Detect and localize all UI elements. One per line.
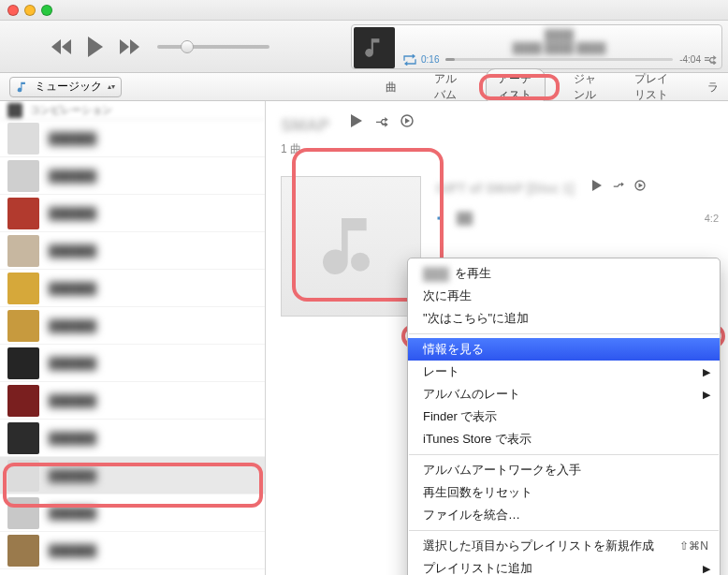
album-artwork[interactable] xyxy=(281,176,421,317)
sidebar-artist-label: ██████ xyxy=(49,432,96,445)
artist-next-button[interactable] xyxy=(400,114,414,127)
menu-shortcut: ⇧⌘N xyxy=(679,539,708,553)
menu-item--[interactable]: "次はこちら"に追加 xyxy=(408,307,720,330)
menu-item-Finder-[interactable]: Finder で表示 xyxy=(408,405,720,428)
sidebar-artist-item[interactable]: ██████ xyxy=(0,270,265,307)
sidebar-artist-label: ██████ xyxy=(49,469,96,482)
submenu-arrow-icon: ▶ xyxy=(703,389,710,401)
tab-アーティスト[interactable]: アーティスト xyxy=(486,68,546,106)
sidebar-artist-item[interactable]: ██████ xyxy=(0,532,265,569)
sidebar-artist-item[interactable]: ██████ xyxy=(0,157,265,195)
menu-item--[interactable]: 情報を見る xyxy=(408,338,720,361)
sidebar-artist-label: ██████ xyxy=(49,394,96,407)
volume-slider[interactable] xyxy=(157,45,269,49)
album-shuffle-button[interactable] xyxy=(612,180,625,191)
svg-point-1 xyxy=(351,253,370,272)
sidebar-section-header[interactable]: コンピレーション xyxy=(0,101,265,120)
sidebar-artist-item[interactable]: ██████ xyxy=(0,382,265,420)
artist-shuffle-button[interactable] xyxy=(374,114,389,127)
artist-artwork-icon xyxy=(7,160,39,192)
view-bar: ミュージック ▴▾ 曲アルバムアーティストジャンルプレイリストラ xyxy=(0,73,728,101)
artist-sidebar: コンピレーション ███████████████████████████████… xyxy=(0,101,266,575)
minimize-window-button[interactable] xyxy=(24,5,36,16)
artist-artwork-icon xyxy=(7,310,39,342)
menu-item--[interactable]: 再生回数をリセット xyxy=(408,481,720,504)
sidebar-artist-item[interactable]: ██████ xyxy=(0,494,265,532)
menu-separator xyxy=(409,333,719,334)
artist-play-button[interactable] xyxy=(350,114,363,127)
menu-item--[interactable]: 選択した項目からプレイリストを新規作成⇧⌘N xyxy=(408,535,720,557)
speaker-icon xyxy=(436,213,447,224)
menu-item--[interactable]: アルバムのレート▶ xyxy=(408,383,720,405)
now-playing-title: ████ xyxy=(404,29,714,42)
menu-item--[interactable]: 次に再生 xyxy=(408,285,720,307)
now-playing-display: ████ ████ ████ ████ 0:16 -4:04 xyxy=(351,24,722,69)
sidebar-artist-label: ██████ xyxy=(49,319,96,332)
sidebar-artist-item[interactable]: ██████ xyxy=(0,345,265,382)
album-next-button[interactable] xyxy=(634,180,646,191)
artist-artwork-icon xyxy=(7,385,39,417)
menu-item--[interactable]: ファイルを統合… xyxy=(408,504,720,526)
tab-プレイリスト[interactable]: プレイリスト xyxy=(625,68,679,106)
window-titlebar xyxy=(0,0,728,21)
sidebar-artist-item[interactable]: ██████ xyxy=(0,420,265,457)
artist-title: SMAP xyxy=(281,116,329,136)
sidebar-artist-item[interactable]: ██████ xyxy=(0,232,265,270)
album-title: GIFT of SMAP [Disc 1] xyxy=(436,181,575,196)
sidebar-artist-item[interactable]: ██████ xyxy=(0,307,265,345)
artist-artwork-icon xyxy=(7,422,39,454)
repeat-icon[interactable] xyxy=(402,54,417,66)
artist-artwork-icon xyxy=(7,347,39,379)
tab-アルバム[interactable]: アルバム xyxy=(425,68,467,106)
sidebar-artist-label: ██████ xyxy=(49,170,96,183)
track-duration: 4:2 xyxy=(705,213,719,224)
player-toolbar: ████ ████ ████ ████ 0:16 -4:04 xyxy=(0,21,728,73)
sidebar-artist-item[interactable]: ██████ xyxy=(0,195,265,232)
sidebar-section-label: コンピレーション xyxy=(30,103,112,117)
menu-item--[interactable]: ███を再生 xyxy=(408,262,720,285)
progress-bar[interactable] xyxy=(445,58,673,61)
sidebar-artist-label: ██████ xyxy=(49,544,96,557)
close-window-button[interactable] xyxy=(7,5,19,16)
album-play-button[interactable] xyxy=(591,180,603,191)
menu-separator xyxy=(409,454,719,455)
sidebar-artist-label: ██████ xyxy=(49,132,96,145)
submenu-arrow-icon: ▶ xyxy=(703,366,710,378)
volume-knob[interactable] xyxy=(181,40,194,53)
tab-曲[interactable]: 曲 xyxy=(376,77,406,98)
zoom-window-button[interactable] xyxy=(41,5,52,16)
artist-artwork-icon xyxy=(7,535,39,567)
library-selector-label: ミュージック xyxy=(35,79,102,95)
compilation-icon xyxy=(7,103,22,118)
artist-artwork-icon xyxy=(7,497,39,529)
track-row[interactable]: ██ 4:2 xyxy=(436,212,728,225)
tab-ジャンル[interactable]: ジャンル xyxy=(564,68,606,106)
artist-artwork-icon xyxy=(7,198,39,229)
menu-item-iTunes-Store-[interactable]: iTunes Store で表示 xyxy=(408,428,720,450)
menu-item--[interactable]: レート▶ xyxy=(408,361,720,383)
chevron-updown-icon: ▴▾ xyxy=(108,82,115,91)
submenu-arrow-icon: ▶ xyxy=(703,563,710,575)
menu-item--[interactable]: プレイリストに追加▶ xyxy=(408,557,720,575)
song-count: 1 曲 xyxy=(281,141,728,157)
context-menu: ███を再生次に再生"次はこちら"に追加情報を見るレート▶アルバムのレート▶Fi… xyxy=(407,258,721,575)
sidebar-artist-label: ██████ xyxy=(49,244,96,258)
sidebar-artist-item[interactable]: ██████ xyxy=(0,120,265,157)
library-selector[interactable]: ミュージック ▴▾ xyxy=(9,77,122,97)
sidebar-list: ████████████████████████████████████████… xyxy=(0,120,265,569)
sidebar-artist-item[interactable]: ██████ xyxy=(0,457,265,494)
sidebar-artist-label: ██████ xyxy=(49,507,96,520)
previous-track-button[interactable] xyxy=(51,39,73,54)
play-button[interactable] xyxy=(86,37,105,57)
remaining-time: -4:04 xyxy=(679,54,701,65)
shuffle-icon[interactable] xyxy=(703,53,718,65)
next-track-button[interactable] xyxy=(118,39,140,54)
artist-artwork-icon xyxy=(7,460,39,492)
now-playing-subtitle: ████ ████ ████ xyxy=(404,42,714,55)
tab-ラ[interactable]: ラ xyxy=(698,77,728,98)
music-note-icon xyxy=(313,209,388,284)
menu-item--[interactable]: アルバムアートワークを入手 xyxy=(408,459,720,481)
track-title: ██ xyxy=(457,212,473,225)
sidebar-artist-label: ██████ xyxy=(49,282,96,295)
artist-artwork-icon xyxy=(7,123,39,155)
